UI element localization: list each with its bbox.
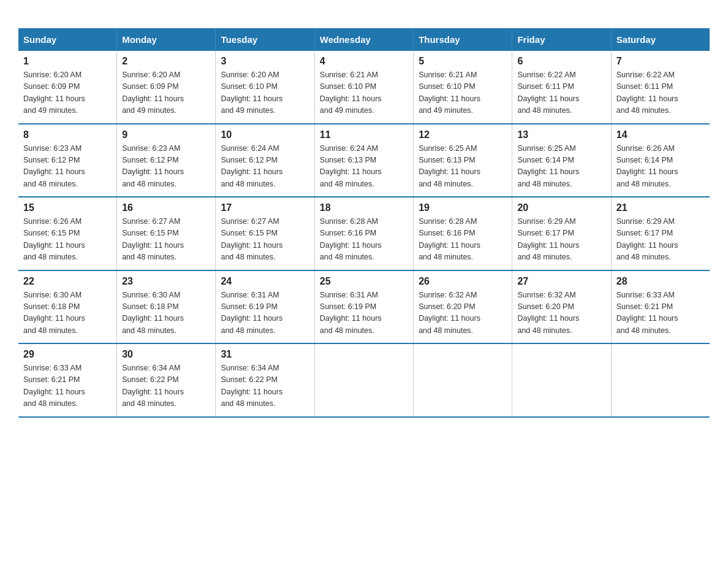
calendar-cell: 8Sunrise: 6:23 AMSunset: 6:12 PMDaylight… xyxy=(18,124,117,197)
day-number: 7 xyxy=(616,56,705,67)
header-friday: Friday xyxy=(512,28,611,51)
day-number: 18 xyxy=(320,202,408,213)
header-tuesday: Tuesday xyxy=(216,28,314,51)
day-info: Sunrise: 6:30 AMSunset: 6:18 PMDaylight:… xyxy=(122,289,210,337)
day-info: Sunrise: 6:26 AMSunset: 6:15 PMDaylight:… xyxy=(23,216,112,264)
day-number: 2 xyxy=(122,56,210,67)
calendar-cell: 20Sunrise: 6:29 AMSunset: 6:17 PMDayligh… xyxy=(512,197,611,270)
day-info: Sunrise: 6:32 AMSunset: 6:20 PMDaylight:… xyxy=(419,289,507,337)
calendar-cell: 4Sunrise: 6:21 AMSunset: 6:10 PMDaylight… xyxy=(314,51,413,124)
day-number: 30 xyxy=(122,349,210,360)
day-info: Sunrise: 6:29 AMSunset: 6:17 PMDaylight:… xyxy=(517,216,605,264)
calendar-cell: 9Sunrise: 6:23 AMSunset: 6:12 PMDaylight… xyxy=(117,124,216,197)
calendar-cell: 24Sunrise: 6:31 AMSunset: 6:19 PMDayligh… xyxy=(216,270,314,344)
calendar-week-row: 1Sunrise: 6:20 AMSunset: 6:09 PMDaylight… xyxy=(18,51,710,124)
calendar-cell: 16Sunrise: 6:27 AMSunset: 6:15 PMDayligh… xyxy=(117,197,216,270)
day-info: Sunrise: 6:31 AMSunset: 6:19 PMDaylight:… xyxy=(221,289,309,337)
day-number: 24 xyxy=(221,276,309,287)
day-number: 20 xyxy=(517,202,605,213)
calendar-cell: 25Sunrise: 6:31 AMSunset: 6:19 PMDayligh… xyxy=(314,270,413,344)
day-info: Sunrise: 6:28 AMSunset: 6:16 PMDaylight:… xyxy=(419,216,507,264)
day-number: 31 xyxy=(221,349,309,360)
calendar-cell xyxy=(512,343,611,417)
day-info: Sunrise: 6:20 AMSunset: 6:10 PMDaylight:… xyxy=(221,69,309,117)
day-info: Sunrise: 6:21 AMSunset: 6:10 PMDaylight:… xyxy=(320,69,408,117)
day-info: Sunrise: 6:34 AMSunset: 6:22 PMDaylight:… xyxy=(122,362,210,410)
day-info: Sunrise: 6:24 AMSunset: 6:13 PMDaylight:… xyxy=(320,143,408,191)
calendar-cell: 19Sunrise: 6:28 AMSunset: 6:16 PMDayligh… xyxy=(414,197,512,270)
header-thursday: Thursday xyxy=(414,28,512,51)
day-number: 14 xyxy=(616,129,705,140)
day-info: Sunrise: 6:27 AMSunset: 6:15 PMDaylight:… xyxy=(122,216,210,264)
day-number: 26 xyxy=(419,276,507,287)
calendar-week-row: 29Sunrise: 6:33 AMSunset: 6:21 PMDayligh… xyxy=(18,343,710,417)
day-info: Sunrise: 6:32 AMSunset: 6:20 PMDaylight:… xyxy=(517,289,605,337)
day-number: 23 xyxy=(122,276,210,287)
calendar-cell: 13Sunrise: 6:25 AMSunset: 6:14 PMDayligh… xyxy=(512,124,611,197)
calendar-cell: 23Sunrise: 6:30 AMSunset: 6:18 PMDayligh… xyxy=(117,270,216,344)
calendar-cell: 30Sunrise: 6:34 AMSunset: 6:22 PMDayligh… xyxy=(117,343,216,417)
day-info: Sunrise: 6:33 AMSunset: 6:21 PMDaylight:… xyxy=(616,289,705,337)
day-number: 15 xyxy=(23,202,112,213)
day-number: 3 xyxy=(221,56,309,67)
day-info: Sunrise: 6:20 AMSunset: 6:09 PMDaylight:… xyxy=(122,69,210,117)
calendar-cell: 12Sunrise: 6:25 AMSunset: 6:13 PMDayligh… xyxy=(414,124,512,197)
calendar-header-row: SundayMondayTuesdayWednesdayThursdayFrid… xyxy=(18,28,710,51)
day-number: 1 xyxy=(23,56,112,67)
day-info: Sunrise: 6:21 AMSunset: 6:10 PMDaylight:… xyxy=(419,69,507,117)
day-info: Sunrise: 6:27 AMSunset: 6:15 PMDaylight:… xyxy=(221,216,309,264)
calendar-cell: 21Sunrise: 6:29 AMSunset: 6:17 PMDayligh… xyxy=(611,197,710,270)
day-number: 22 xyxy=(23,276,112,287)
day-number: 13 xyxy=(517,129,605,140)
day-number: 5 xyxy=(419,56,507,67)
header-monday: Monday xyxy=(117,28,216,51)
calendar-week-row: 15Sunrise: 6:26 AMSunset: 6:15 PMDayligh… xyxy=(18,197,710,270)
day-number: 19 xyxy=(419,202,507,213)
day-info: Sunrise: 6:22 AMSunset: 6:11 PMDaylight:… xyxy=(616,69,705,117)
day-number: 27 xyxy=(517,276,605,287)
day-info: Sunrise: 6:29 AMSunset: 6:17 PMDaylight:… xyxy=(616,216,705,264)
day-info: Sunrise: 6:30 AMSunset: 6:18 PMDaylight:… xyxy=(23,289,112,337)
day-info: Sunrise: 6:22 AMSunset: 6:11 PMDaylight:… xyxy=(517,69,605,117)
day-info: Sunrise: 6:31 AMSunset: 6:19 PMDaylight:… xyxy=(320,289,408,337)
calendar-cell: 27Sunrise: 6:32 AMSunset: 6:20 PMDayligh… xyxy=(512,270,611,344)
calendar-week-row: 22Sunrise: 6:30 AMSunset: 6:18 PMDayligh… xyxy=(18,270,710,344)
day-info: Sunrise: 6:25 AMSunset: 6:14 PMDaylight:… xyxy=(517,143,605,191)
day-number: 25 xyxy=(320,276,408,287)
calendar-cell: 17Sunrise: 6:27 AMSunset: 6:15 PMDayligh… xyxy=(216,197,314,270)
calendar-cell xyxy=(611,343,710,417)
day-number: 17 xyxy=(221,202,309,213)
day-number: 9 xyxy=(122,129,210,140)
day-info: Sunrise: 6:26 AMSunset: 6:14 PMDaylight:… xyxy=(616,143,705,191)
calendar-cell: 2Sunrise: 6:20 AMSunset: 6:09 PMDaylight… xyxy=(117,51,216,124)
day-number: 11 xyxy=(320,129,408,140)
day-number: 4 xyxy=(320,56,408,67)
day-info: Sunrise: 6:20 AMSunset: 6:09 PMDaylight:… xyxy=(23,69,112,117)
calendar-table: SundayMondayTuesdayWednesdayThursdayFrid… xyxy=(18,28,710,418)
day-info: Sunrise: 6:23 AMSunset: 6:12 PMDaylight:… xyxy=(122,143,210,191)
day-info: Sunrise: 6:28 AMSunset: 6:16 PMDaylight:… xyxy=(320,216,408,264)
calendar-cell: 31Sunrise: 6:34 AMSunset: 6:22 PMDayligh… xyxy=(216,343,314,417)
day-number: 12 xyxy=(419,129,507,140)
calendar-cell: 10Sunrise: 6:24 AMSunset: 6:12 PMDayligh… xyxy=(216,124,314,197)
header-wednesday: Wednesday xyxy=(314,28,413,51)
calendar-cell: 29Sunrise: 6:33 AMSunset: 6:21 PMDayligh… xyxy=(18,343,117,417)
calendar-cell: 5Sunrise: 6:21 AMSunset: 6:10 PMDaylight… xyxy=(414,51,512,124)
calendar-cell: 11Sunrise: 6:24 AMSunset: 6:13 PMDayligh… xyxy=(314,124,413,197)
day-number: 8 xyxy=(23,129,112,140)
day-info: Sunrise: 6:34 AMSunset: 6:22 PMDaylight:… xyxy=(221,362,309,410)
calendar-cell: 14Sunrise: 6:26 AMSunset: 6:14 PMDayligh… xyxy=(611,124,710,197)
calendar-cell: 6Sunrise: 6:22 AMSunset: 6:11 PMDaylight… xyxy=(512,51,611,124)
header-saturday: Saturday xyxy=(611,28,710,51)
day-info: Sunrise: 6:23 AMSunset: 6:12 PMDaylight:… xyxy=(23,143,112,191)
day-number: 21 xyxy=(616,202,705,213)
calendar-week-row: 8Sunrise: 6:23 AMSunset: 6:12 PMDaylight… xyxy=(18,124,710,197)
calendar-cell: 18Sunrise: 6:28 AMSunset: 6:16 PMDayligh… xyxy=(314,197,413,270)
day-number: 28 xyxy=(616,276,705,287)
calendar-cell: 7Sunrise: 6:22 AMSunset: 6:11 PMDaylight… xyxy=(611,51,710,124)
day-info: Sunrise: 6:25 AMSunset: 6:13 PMDaylight:… xyxy=(419,143,507,191)
day-number: 29 xyxy=(23,349,112,360)
calendar-cell: 15Sunrise: 6:26 AMSunset: 6:15 PMDayligh… xyxy=(18,197,117,270)
day-number: 6 xyxy=(517,56,605,67)
calendar-cell: 3Sunrise: 6:20 AMSunset: 6:10 PMDaylight… xyxy=(216,51,314,124)
